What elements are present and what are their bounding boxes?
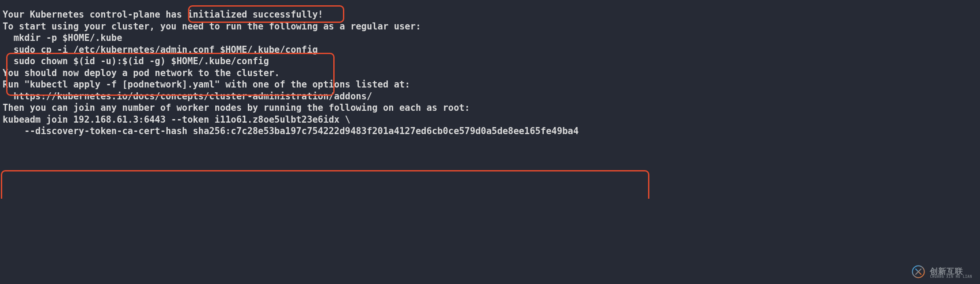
highlight-box-join <box>1 170 649 199</box>
term-line: Run "kubectl apply -f [podnetwork].yaml"… <box>0 79 980 91</box>
watermark: 创新互联 CHUANG XIN HU LIAN <box>910 264 972 283</box>
term-line: mkdir -p $HOME/.kube <box>0 32 980 44</box>
watermark-text-cn: 创新互联 <box>930 267 972 275</box>
term-line: --discovery-token-ca-cert-hash sha256:c7… <box>0 125 980 137</box>
watermark-logo-icon <box>910 264 926 283</box>
term-line: sudo chown $(id -u):$(id -g) $HOME/.kube… <box>0 55 980 67</box>
term-line: Your Kubernetes control-plane has initia… <box>0 9 980 21</box>
term-line: To start using your cluster, you need to… <box>0 21 980 33</box>
term-line: kubeadm join 192.168.61.3:6443 --token i… <box>0 114 980 126</box>
term-line: Then you can join any number of worker n… <box>0 102 980 114</box>
watermark-text-en: CHUANG XIN HU LIAN <box>930 275 972 279</box>
term-line: sudo cp -i /etc/kubernetes/admin.conf $H… <box>0 44 980 56</box>
terminal-output: Your Kubernetes control-plane has initia… <box>0 0 980 284</box>
term-line: https://kubernetes.io/docs/concepts/clus… <box>0 91 980 102</box>
term-line: You should now deploy a pod network to t… <box>0 67 980 79</box>
